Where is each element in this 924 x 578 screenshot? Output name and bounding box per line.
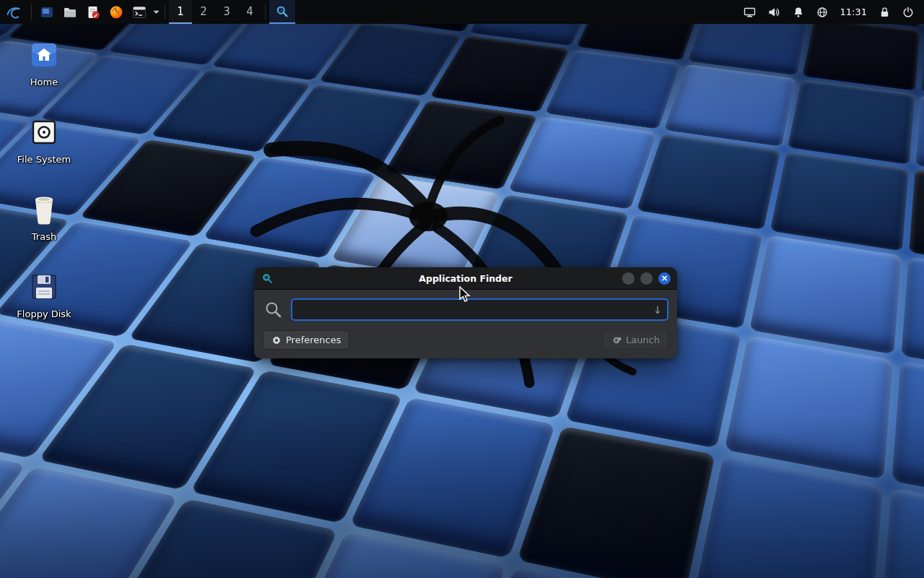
workspace-3[interactable]: 3 <box>215 0 238 24</box>
desktop-icon-home[interactable]: Home <box>10 38 78 115</box>
minimize-button[interactable] <box>622 272 635 285</box>
panel-separator <box>165 4 165 20</box>
desktop-icon-column: Home File System Trash <box>10 38 78 347</box>
trash-empty-icon <box>30 194 58 225</box>
system-tray: 11:31 <box>744 0 924 24</box>
wallpaper-cube <box>749 236 902 355</box>
tasklist-application-finder-button[interactable] <box>269 0 295 24</box>
top-panel: 1 2 3 4 <box>0 0 924 24</box>
network-tray-item[interactable] <box>816 7 828 18</box>
wallpaper-cube <box>770 151 909 251</box>
display-icon <box>744 7 756 18</box>
wallpaper-cube <box>664 64 796 147</box>
launcher-file-manager[interactable] <box>58 0 82 24</box>
desktop-icon-file-system[interactable]: File System <box>10 115 78 192</box>
folder-icon <box>63 5 77 20</box>
launch-button[interactable]: Launch <box>603 330 668 350</box>
workspace-2-label: 2 <box>200 5 207 18</box>
workspace-3-label: 3 <box>223 5 230 18</box>
workspace-1-label: 1 <box>177 5 184 18</box>
wallpaper-cube <box>724 335 893 480</box>
volume-tray-item[interactable] <box>768 7 780 18</box>
wallpaper-cube <box>880 488 924 578</box>
wallpaper-cube <box>694 456 883 578</box>
notifications-tray-item[interactable] <box>793 7 804 18</box>
home-folder-icon <box>28 39 60 71</box>
preferences-label: Preferences <box>286 335 341 345</box>
firefox-icon <box>109 5 123 20</box>
search-input[interactable] <box>291 298 668 321</box>
launcher-web-browser[interactable] <box>105 0 128 24</box>
window-icon <box>40 5 54 20</box>
launch-label: Launch <box>626 335 660 345</box>
titlebar-buttons: × <box>622 272 671 285</box>
close-icon: × <box>661 274 668 282</box>
kali-logo-icon <box>5 4 22 21</box>
button-row: Preferences Launch <box>263 330 668 350</box>
network-globe-icon <box>816 7 828 18</box>
terminal-icon <box>132 5 147 20</box>
chevron-down-icon <box>153 10 160 14</box>
volume-icon <box>768 7 780 18</box>
window-title: Application Finder <box>254 273 677 284</box>
wallpaper-cube <box>545 50 681 129</box>
desktop-icon-label: File System <box>17 155 71 165</box>
wallpaper-cube <box>637 134 781 230</box>
launcher-show-desktop[interactable] <box>35 0 58 24</box>
search-icon <box>263 301 284 319</box>
gear-icon <box>271 335 282 345</box>
window-body: ↓ Preferences <box>254 290 677 358</box>
applications-menu-button[interactable] <box>0 0 27 24</box>
power-icon <box>902 7 914 18</box>
floppy-icon <box>29 272 59 302</box>
launcher-terminal[interactable] <box>128 0 151 24</box>
panel-separator <box>31 4 32 20</box>
lock-icon <box>879 7 890 18</box>
application-finder-window: Application Finder × ↓ <box>254 267 677 358</box>
application-finder-task-icon <box>276 5 289 18</box>
launcher-text-editor[interactable] <box>82 0 105 24</box>
search-input-wrap: ↓ <box>291 298 668 321</box>
workspace-4-label: 4 <box>246 5 253 18</box>
desktop-icon-label: Floppy Disk <box>17 309 71 320</box>
clock[interactable]: 11:31 <box>840 7 867 17</box>
desktop-icon-trash[interactable]: Trash <box>10 192 78 269</box>
search-row: ↓ <box>263 298 668 321</box>
bell-icon <box>793 7 804 18</box>
terminal-menu-arrow[interactable] <box>151 0 161 24</box>
wallpaper-cube <box>802 17 920 91</box>
preferences-button[interactable]: Preferences <box>263 330 349 350</box>
window-icon-application-finder <box>262 273 273 284</box>
panel-left-group: 1 2 3 4 <box>0 0 295 24</box>
window-titlebar[interactable]: Application Finder × <box>254 267 677 290</box>
panel-separator <box>265 4 266 20</box>
close-button[interactable]: × <box>658 272 671 285</box>
desktop-icon-label: Trash <box>32 232 56 243</box>
logout-button[interactable] <box>902 7 914 18</box>
lock-screen-button[interactable] <box>879 7 890 18</box>
workspace-2[interactable]: 2 <box>192 0 215 24</box>
wallpaper-cube <box>788 79 915 165</box>
document-edit-icon <box>86 5 100 20</box>
workspace-1[interactable]: 1 <box>169 0 192 24</box>
launch-icon <box>611 335 622 345</box>
workspace-4[interactable]: 4 <box>238 0 261 24</box>
desktop-screen: 1 2 3 4 <box>0 0 924 578</box>
desktop-icon-floppy-disk[interactable]: Floppy Disk <box>10 269 78 347</box>
maximize-button[interactable] <box>640 272 653 285</box>
application-finder-icon <box>262 273 273 284</box>
drive-icon <box>29 117 59 147</box>
desktop-icon-label: Home <box>30 77 58 88</box>
display-settings-tray-item[interactable] <box>744 7 756 18</box>
